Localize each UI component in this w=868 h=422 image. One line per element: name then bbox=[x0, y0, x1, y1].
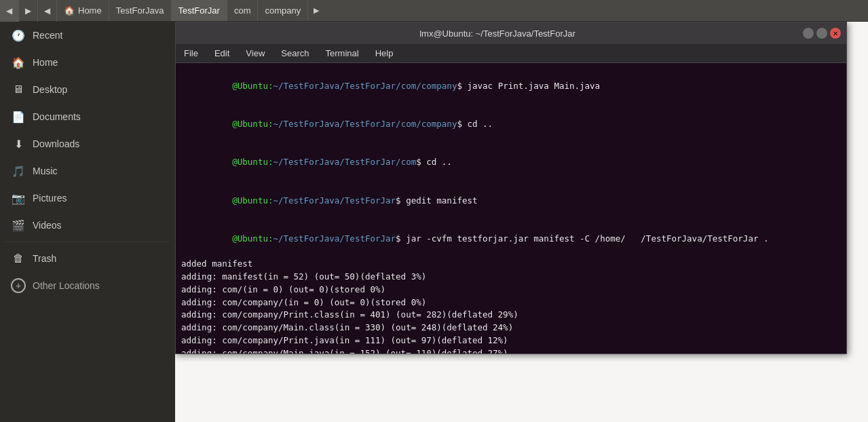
breadcrumb-testforjar[interactable]: TestForJar bbox=[172, 0, 227, 21]
sidebar-item-videos[interactable]: 🎬 Videos bbox=[3, 212, 172, 238]
terminal-output: adding: manifest(in = 52) (out= 50)(defl… bbox=[181, 271, 841, 284]
terminal-controls: ✕ bbox=[803, 28, 841, 39]
other-locations-icon: + bbox=[11, 278, 26, 293]
menu-search[interactable]: Search bbox=[278, 47, 312, 60]
terminal-output: adding: com/(in = 0) (out= 0)(stored 0%) bbox=[181, 284, 841, 296]
up-button[interactable]: ◀ bbox=[38, 0, 57, 22]
recent-icon: 🕐 bbox=[11, 28, 26, 43]
downloads-icon: ⬇ bbox=[11, 136, 26, 151]
menu-edit[interactable]: Edit bbox=[212, 47, 232, 60]
terminal-output: adding: com/company/Print.class(in = 401… bbox=[181, 309, 841, 322]
sidebar-item-home[interactable]: 🏠 Home bbox=[3, 50, 172, 75]
terminal-line: @Ubuntu:~/TestForJava/TestForJar/com/com… bbox=[181, 105, 841, 143]
terminal-titlebar: lmx@Ubuntu: ~/TestForJava/TestForJar ✕ bbox=[176, 22, 846, 44]
main-area: 🕐 Recent 🏠 Home 🖥 Desktop 📄 Documents ⬇ … bbox=[0, 22, 868, 422]
menu-terminal[interactable]: Terminal bbox=[323, 47, 362, 60]
sidebar-item-documents[interactable]: 📄 Documents bbox=[3, 104, 172, 130]
more-breadcrumb-button[interactable]: ▶ bbox=[308, 0, 324, 22]
sidebar-item-recent[interactable]: 🕐 Recent bbox=[3, 22, 172, 48]
sidebar-divider bbox=[5, 242, 170, 242]
file-area: com manifest jar testforjar.jar lmx@Ubun… bbox=[175, 22, 868, 422]
terminal-menubar: File Edit View Search Terminal Help bbox=[176, 44, 846, 63]
menu-file[interactable]: File bbox=[181, 47, 201, 60]
sidebar-item-pictures[interactable]: 📷 Pictures bbox=[3, 185, 172, 211]
maximize-button[interactable] bbox=[816, 28, 827, 39]
breadcrumb-company[interactable]: company bbox=[258, 0, 308, 21]
home-sidebar-icon: 🏠 bbox=[11, 55, 26, 70]
terminal-output: adding: com/company/Main.java(in = 152) … bbox=[181, 347, 841, 354]
music-icon: 🎵 bbox=[11, 164, 26, 178]
terminal-title: lmx@Ubuntu: ~/TestForJava/TestForJar bbox=[192, 28, 803, 39]
trash-icon: 🗑 bbox=[11, 251, 26, 266]
sidebar-item-downloads[interactable]: ⬇ Downloads bbox=[3, 131, 172, 157]
menu-view[interactable]: View bbox=[243, 47, 267, 60]
terminal-window: lmx@Ubuntu: ~/TestForJava/TestForJar ✕ F… bbox=[175, 22, 847, 354]
breadcrumb-com[interactable]: com bbox=[227, 0, 259, 21]
terminal-output: adding: com/company/Main.class(in = 330)… bbox=[181, 322, 841, 334]
breadcrumb-home[interactable]: 🏠 Home bbox=[57, 0, 109, 21]
home-icon: 🏠 bbox=[64, 5, 75, 16]
back-button[interactable]: ◀ bbox=[0, 0, 19, 22]
sidebar-item-other-locations[interactable]: + Other Locations bbox=[3, 273, 172, 299]
terminal-line: @Ubuntu:~/TestForJava/TestForJar/com/com… bbox=[181, 67, 841, 105]
sidebar: 🕐 Recent 🏠 Home 🖥 Desktop 📄 Documents ⬇ … bbox=[0, 22, 175, 422]
sidebar-item-music[interactable]: 🎵 Music bbox=[3, 158, 172, 184]
terminal-output: adding: com/company/Print.java(in = 111)… bbox=[181, 334, 841, 347]
sidebar-item-desktop[interactable]: 🖥 Desktop bbox=[3, 77, 172, 102]
terminal-line: @Ubuntu:~/TestForJava/TestForJar$ jar -c… bbox=[181, 220, 841, 258]
terminal-output: added manifest bbox=[181, 258, 841, 271]
terminal-output: adding: com/company/(in = 0) (out= 0)(st… bbox=[181, 296, 841, 309]
close-button[interactable]: ✕ bbox=[830, 28, 841, 39]
videos-icon: 🎬 bbox=[11, 218, 26, 233]
terminal-line: @Ubuntu:~/TestForJava/TestForJar$ gedit … bbox=[181, 182, 841, 220]
top-nav: ◀ ▶ ◀ 🏠 Home TestForJava TestForJar com … bbox=[0, 0, 868, 22]
pictures-icon: 📷 bbox=[11, 191, 26, 206]
forward-button[interactable]: ▶ bbox=[19, 0, 38, 22]
terminal-line: @Ubuntu:~/TestForJava/TestForJar/com$ cd… bbox=[181, 144, 841, 182]
documents-icon: 📄 bbox=[11, 109, 26, 124]
sidebar-item-trash[interactable]: 🗑 Trash bbox=[3, 246, 172, 271]
menu-help[interactable]: Help bbox=[373, 47, 396, 60]
breadcrumb: 🏠 Home TestForJava TestForJar com compan… bbox=[57, 0, 324, 21]
desktop-icon: 🖥 bbox=[11, 82, 26, 97]
minimize-button[interactable] bbox=[803, 28, 814, 39]
terminal-body[interactable]: @Ubuntu:~/TestForJava/TestForJar/com/com… bbox=[176, 63, 846, 353]
breadcrumb-testforjava[interactable]: TestForJava bbox=[109, 0, 172, 21]
